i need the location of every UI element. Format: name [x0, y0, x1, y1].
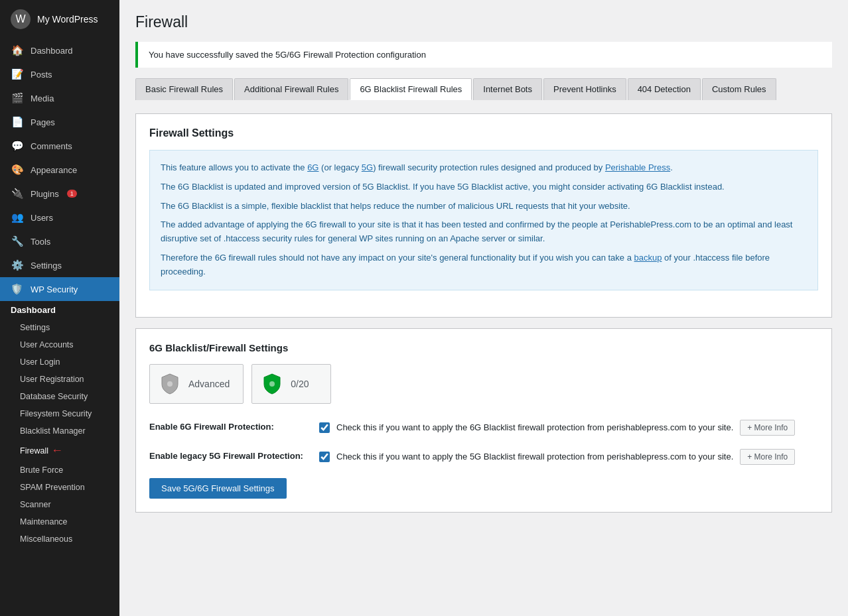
sidebar-item-posts[interactable]: 📝 Posts	[0, 62, 119, 86]
badges-row: Advanced 0/20	[149, 364, 818, 404]
control-5g: Check this if you want to apply the 5G B…	[319, 449, 818, 465]
label-6g: Enable 6G Firewall Protection:	[149, 420, 309, 432]
sidebar-sub-item-settings[interactable]: Settings	[0, 319, 119, 336]
sidebar-item-plugins[interactable]: 🔌 Plugins 1	[0, 182, 119, 206]
sidebar-sub-item-maintenance[interactable]: Maintenance	[0, 513, 119, 530]
info-p2: The 6G Blacklist is updated and improved…	[161, 180, 807, 194]
sidebar-item-label: Pages	[31, 117, 55, 127]
sidebar-item-label: Tools	[31, 237, 50, 247]
firewall-settings-title: Firewall Settings	[149, 127, 818, 139]
sidebar-item-pages[interactable]: 📄 Pages	[0, 110, 119, 134]
sidebar-sub-menu: Dashboard Settings User Accounts User Lo…	[0, 301, 119, 548]
sidebar-item-media[interactable]: 🎬 Media	[0, 86, 119, 110]
firewall-settings-card: Firewall Settings This feature allows yo…	[135, 113, 832, 318]
link-6g[interactable]: 6G	[307, 162, 318, 172]
info-p1: This feature allows you to activate the …	[161, 161, 807, 175]
label-5g: Enable legacy 5G Firewall Protection:	[149, 449, 309, 461]
firewall-info-box: This feature allows you to activate the …	[149, 150, 818, 290]
link-5g[interactable]: 5G	[362, 162, 373, 172]
sidebar-item-label: Plugins	[31, 189, 59, 199]
svg-point-1	[269, 381, 275, 387]
link-perishable-press[interactable]: Perishable Press	[605, 162, 670, 172]
page-title: Firewall	[135, 13, 832, 31]
score-shield-icon	[260, 370, 284, 398]
firewall-label: Firewall	[20, 446, 48, 456]
sidebar-item-label: WP Security	[31, 284, 78, 294]
tab-basic-firewall-rules[interactable]: Basic Firewall Rules	[135, 78, 233, 100]
sidebar-sub-item-brute-force[interactable]: Brute Force	[0, 462, 119, 479]
svg-point-0	[167, 381, 173, 387]
sidebar-item-label: Comments	[31, 141, 72, 151]
score-badge-value: 0/20	[291, 379, 309, 389]
tabs-bar: Basic Firewall Rules Additional Firewall…	[135, 78, 832, 100]
tools-icon: 🔧	[11, 235, 24, 247]
plugins-icon: 🔌	[11, 188, 24, 200]
sidebar-sub-item-miscellaneous[interactable]: Miscellaneous	[0, 530, 119, 548]
sidebar-logo: W My WordPress	[0, 0, 119, 38]
form-row-6g: Enable 6G Firewall Protection: Check thi…	[149, 420, 818, 436]
sidebar-sub-item-user-login[interactable]: User Login	[0, 353, 119, 371]
dashboard-icon: 🏠	[11, 44, 24, 56]
info-p4: The added advantage of applying the 6G f…	[161, 218, 807, 246]
users-icon: 👥	[11, 212, 24, 223]
media-icon: 🎬	[11, 92, 24, 104]
sidebar-item-comments[interactable]: 💬 Comments	[0, 134, 119, 158]
sidebar-sub-item-scanner[interactable]: Scanner	[0, 496, 119, 513]
sidebar-sub-item-firewall[interactable]: Firewall ←	[0, 440, 119, 462]
sidebar-sub-item-blacklist-manager[interactable]: Blacklist Manager	[0, 422, 119, 440]
sidebar-item-label: Posts	[31, 70, 52, 80]
wp-logo-icon: W	[11, 9, 31, 29]
info-p5: Therefore the 6G firewall rules should n…	[161, 251, 807, 279]
sidebar-item-users[interactable]: 👥 Users	[0, 206, 119, 229]
sidebar: W My WordPress 🏠 Dashboard 📝 Posts 🎬 Med…	[0, 0, 119, 616]
settings-icon: ⚙️	[11, 259, 24, 271]
sidebar-sub-item-user-accounts[interactable]: User Accounts	[0, 336, 119, 353]
sidebar-sub-item-spam-prevention[interactable]: SPAM Prevention	[0, 479, 119, 496]
blacklist-settings-card: 6G Blacklist/Firewall Settings Advanced	[135, 328, 832, 513]
checkbox-6g-label: Check this if you want to apply the 6G B…	[336, 422, 733, 432]
posts-icon: 📝	[11, 68, 24, 80]
sidebar-item-wpsecurity[interactable]: 🛡️ WP Security	[0, 277, 119, 301]
form-row-5g: Enable legacy 5G Firewall Protection: Ch…	[149, 449, 818, 465]
tab-404-detection[interactable]: 404 Detection	[628, 78, 701, 100]
tab-prevent-hotlinks[interactable]: Prevent Hotlinks	[543, 78, 626, 100]
more-info-5g-button[interactable]: + More Info	[740, 449, 795, 465]
sidebar-item-label: Users	[31, 213, 53, 223]
appearance-icon: 🎨	[11, 164, 24, 176]
main-content: Firewall You have successfully saved the…	[119, 0, 848, 616]
sidebar-item-tools[interactable]: 🔧 Tools	[0, 229, 119, 253]
tab-custom-rules[interactable]: Custom Rules	[702, 78, 776, 100]
sidebar-item-dashboard[interactable]: 🏠 Dashboard	[0, 38, 119, 62]
checkbox-6g[interactable]	[319, 422, 330, 433]
save-firewall-settings-button[interactable]: Save 5G/6G Firewall Settings	[149, 478, 287, 499]
advanced-shield-icon	[158, 370, 182, 398]
control-6g: Check this if you want to apply the 6G B…	[319, 420, 818, 436]
advanced-badge: Advanced	[149, 364, 244, 404]
sidebar-item-label: Media	[31, 93, 54, 103]
sidebar-sub-item-filesystem-security[interactable]: Filesystem Security	[0, 405, 119, 422]
success-notice: You have successfully saved the 5G/6G Fi…	[135, 42, 832, 68]
checkbox-5g[interactable]	[319, 452, 330, 462]
sidebar-sub-item-database-security[interactable]: Database Security	[0, 388, 119, 405]
tab-internet-bots[interactable]: Internet Bots	[473, 78, 542, 100]
tab-additional-firewall-rules[interactable]: Additional Firewall Rules	[234, 78, 348, 100]
tab-6g-blacklist-firewall-rules[interactable]: 6G Blacklist Firewall Rules	[350, 78, 472, 100]
sidebar-sub-item-dashboard[interactable]: Dashboard	[0, 301, 119, 319]
sidebar-nav: 🏠 Dashboard 📝 Posts 🎬 Media 📄 Pages 💬 Co…	[0, 38, 119, 301]
sidebar-item-appearance[interactable]: 🎨 Appearance	[0, 158, 119, 182]
save-row: Save 5G/6G Firewall Settings	[149, 478, 818, 499]
wpsecurity-icon: 🛡️	[11, 283, 24, 295]
checkbox-5g-label: Check this if you want to apply the 5G B…	[336, 452, 733, 462]
score-badge: 0/20	[251, 364, 331, 404]
success-message-text: You have successfully saved the 5G/6G Fi…	[149, 50, 426, 60]
sidebar-item-label: Settings	[31, 261, 62, 271]
sidebar-item-settings[interactable]: ⚙️ Settings	[0, 253, 119, 277]
info-p3: The 6G Blacklist is a simple, flexible b…	[161, 200, 807, 214]
plugins-badge: 1	[67, 190, 77, 198]
comments-icon: 💬	[11, 140, 24, 152]
sidebar-site-title: My WordPress	[37, 14, 98, 25]
link-backup[interactable]: backup	[634, 253, 662, 263]
sidebar-sub-item-user-registration[interactable]: User Registration	[0, 371, 119, 388]
pages-icon: 📄	[11, 116, 24, 128]
more-info-6g-button[interactable]: + More Info	[740, 420, 795, 436]
